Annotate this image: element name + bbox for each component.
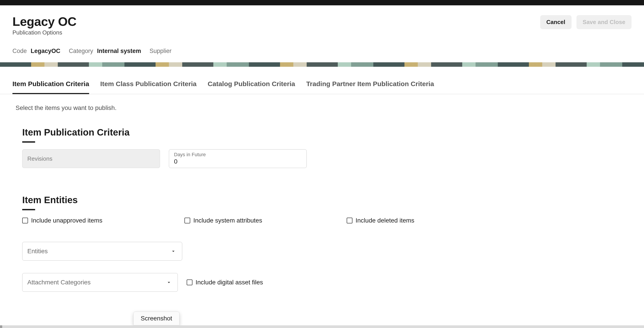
entities-select[interactable]: Entities (22, 242, 182, 261)
section-underline (22, 141, 35, 143)
header-decorative-pattern (0, 62, 644, 67)
meta-code-label: Code (12, 48, 27, 54)
days-in-future-value: 0 (174, 158, 302, 165)
entities-placeholder: Entities (27, 248, 48, 255)
attachment-categories-select[interactable]: Attachment Categories (22, 273, 178, 292)
tabs-bar: Item Publication Criteria Item Class Pub… (0, 67, 644, 94)
helper-text: Select the items you want to publish. (12, 102, 632, 114)
tab-item-class-publication-criteria[interactable]: Item Class Publication Criteria (100, 71, 196, 94)
revisions-label: Revisions (27, 155, 155, 162)
chevron-down-icon (166, 279, 172, 285)
checkbox-box (184, 218, 190, 223)
section-heading-item-publication-criteria: Item Publication Criteria (22, 127, 632, 138)
checkbox-box (347, 218, 352, 223)
checkbox-box (187, 279, 192, 285)
meta-code: Code LegacyOC (12, 48, 60, 55)
checkbox-box (22, 218, 28, 223)
include-system-attributes-label: Include system attributes (193, 217, 262, 224)
meta-category-value: Internal system (97, 48, 141, 54)
section-underline (22, 209, 35, 210)
meta-supplier-label: Supplier (150, 48, 172, 54)
chevron-down-icon (170, 248, 176, 254)
include-digital-asset-files-label: Include digital asset files (196, 279, 263, 286)
meta-category-label: Category (69, 48, 93, 54)
include-unapproved-items-label: Include unapproved items (31, 217, 102, 224)
include-digital-asset-files-checkbox[interactable]: Include digital asset files (187, 279, 263, 286)
meta-category: Category Internal system (69, 48, 141, 55)
save-and-close-button[interactable]: Save and Close (576, 15, 632, 29)
attachment-categories-placeholder: Attachment Categories (27, 279, 91, 286)
tab-catalog-publication-criteria[interactable]: Catalog Publication Criteria (208, 71, 295, 94)
cancel-button[interactable]: Cancel (540, 15, 572, 29)
include-deleted-items-label: Include deleted items (356, 217, 414, 224)
days-in-future-label: Days in Future (174, 152, 302, 157)
tab-item-publication-criteria[interactable]: Item Publication Criteria (12, 71, 89, 94)
meta-supplier: Supplier (150, 48, 174, 55)
meta-code-value: LegacyOC (31, 48, 60, 54)
page-title: Legacy OC (12, 14, 76, 29)
header-meta-row: Code LegacyOC Category Internal system S… (12, 36, 632, 55)
include-system-attributes-checkbox[interactable]: Include system attributes (184, 217, 347, 224)
days-in-future-field[interactable]: Days in Future 0 (169, 149, 307, 168)
page-header: Legacy OC Publication Options Cancel Sav… (0, 5, 644, 67)
tab-trading-partner-item-publication-criteria[interactable]: Trading Partner Item Publication Criteri… (306, 71, 434, 94)
include-unapproved-items-checkbox[interactable]: Include unapproved items (22, 217, 184, 224)
include-deleted-items-checkbox[interactable]: Include deleted items (347, 217, 414, 224)
page-subtitle: Publication Options (12, 29, 76, 36)
app-top-strip (0, 0, 644, 5)
section-heading-item-entities: Item Entities (22, 195, 632, 205)
content-area: Select the items you want to publish. It… (0, 94, 644, 301)
revisions-field[interactable]: Revisions (22, 149, 160, 168)
